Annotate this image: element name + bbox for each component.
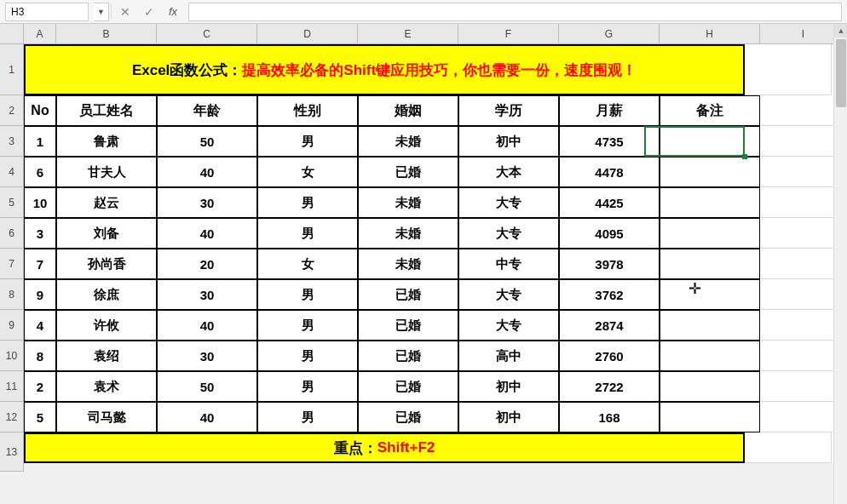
cell-marriage[interactable]: 已婚 — [358, 402, 458, 432]
fill-handle[interactable] — [742, 154, 747, 159]
cell-gender[interactable]: 女 — [257, 249, 358, 279]
th-gender[interactable]: 性别 — [257, 95, 358, 126]
cell-salary[interactable]: 3762 — [559, 279, 660, 310]
th-remark[interactable]: 备注 — [660, 95, 760, 126]
name-box[interactable]: H3 — [5, 3, 89, 21]
cancel-icon[interactable]: ✕ — [113, 3, 137, 21]
row-header-5[interactable]: 5 — [0, 187, 24, 218]
row-header-4[interactable]: 4 — [0, 157, 24, 187]
enter-icon[interactable]: ✓ — [137, 3, 161, 21]
th-name[interactable]: 员工姓名 — [56, 95, 157, 126]
col-header-B[interactable]: B — [56, 24, 157, 44]
cell-marriage[interactable]: 已婚 — [358, 310, 458, 341]
cell-name[interactable]: 司马懿 — [56, 402, 157, 432]
cell-no[interactable]: 3 — [24, 218, 56, 249]
cell-gender[interactable]: 男 — [257, 126, 358, 157]
row-header-10[interactable]: 10 — [0, 341, 24, 371]
cell-no[interactable]: 9 — [24, 279, 56, 310]
cell-gender[interactable]: 女 — [257, 157, 358, 187]
cell-name[interactable]: 孙尚香 — [56, 249, 157, 279]
th-no[interactable]: No — [24, 95, 56, 126]
cell-I1[interactable] — [745, 44, 832, 95]
cell-salary[interactable]: 2874 — [559, 310, 660, 341]
cell-name[interactable]: 徐庶 — [56, 279, 157, 310]
cell-salary[interactable]: 4425 — [559, 187, 660, 218]
cell-salary[interactable]: 4735 — [559, 126, 660, 157]
cell-remark[interactable] — [660, 187, 760, 218]
cell-gender[interactable]: 男 — [257, 218, 358, 249]
row-header-7[interactable]: 7 — [0, 249, 24, 279]
cell-age[interactable]: 40 — [157, 402, 257, 432]
cell-edu[interactable]: 中专 — [458, 249, 559, 279]
cell-gender[interactable]: 男 — [257, 371, 358, 402]
cell-salary[interactable]: 2722 — [559, 371, 660, 402]
cell-age[interactable]: 40 — [157, 157, 257, 187]
cell-edu[interactable]: 高中 — [458, 341, 559, 371]
cell-name[interactable]: 鲁肃 — [56, 126, 157, 157]
cell-edu[interactable]: 大专 — [458, 279, 559, 310]
vertical-scrollbar[interactable]: ▲ — [833, 24, 847, 504]
cell-no[interactable]: 10 — [24, 187, 56, 218]
cell-edu[interactable]: 大专 — [458, 218, 559, 249]
cell-remark[interactable] — [660, 279, 760, 310]
row-header-13[interactable]: 13 — [0, 432, 24, 472]
cell-marriage[interactable]: 已婚 — [358, 341, 458, 371]
cell-no[interactable]: 5 — [24, 402, 56, 432]
row-header-12[interactable]: 12 — [0, 402, 24, 432]
cell-salary[interactable]: 168 — [559, 402, 660, 432]
cell-marriage[interactable]: 未婚 — [358, 126, 458, 157]
cell-gender[interactable]: 男 — [257, 402, 358, 432]
cell-age[interactable]: 40 — [157, 218, 257, 249]
row-header-8[interactable]: 8 — [0, 279, 24, 310]
cell-age[interactable]: 40 — [157, 310, 257, 341]
name-box-dropdown-icon[interactable]: ▼ — [94, 3, 109, 21]
th-edu[interactable]: 学历 — [458, 95, 559, 126]
cell-salary[interactable]: 3978 — [559, 249, 660, 279]
cell-remark[interactable] — [660, 341, 760, 371]
cell-age[interactable]: 30 — [157, 341, 257, 371]
footer-banner[interactable]: 重点： Shift+F2 — [24, 432, 745, 463]
cell-name[interactable]: 许攸 — [56, 310, 157, 341]
cell-edu[interactable]: 大本 — [458, 157, 559, 187]
cell-marriage[interactable]: 已婚 — [358, 157, 458, 187]
select-all-corner[interactable] — [0, 24, 24, 44]
cell-marriage[interactable]: 已婚 — [358, 279, 458, 310]
cell-edu[interactable]: 大专 — [458, 187, 559, 218]
col-header-H[interactable]: H — [660, 24, 760, 44]
formula-input[interactable] — [188, 3, 842, 21]
th-salary[interactable]: 月薪 — [559, 95, 660, 126]
cell-age[interactable]: 30 — [157, 279, 257, 310]
scroll-up-icon[interactable]: ▲ — [834, 24, 847, 37]
cell-age[interactable]: 30 — [157, 187, 257, 218]
cell-name[interactable]: 赵云 — [56, 187, 157, 218]
cell-no[interactable]: 4 — [24, 310, 56, 341]
cell-no[interactable]: 1 — [24, 126, 56, 157]
cell-gender[interactable]: 男 — [257, 341, 358, 371]
th-age[interactable]: 年龄 — [157, 95, 257, 126]
cell-edu[interactable]: 初中 — [458, 402, 559, 432]
cell-marriage[interactable]: 未婚 — [358, 218, 458, 249]
col-header-E[interactable]: E — [358, 24, 458, 44]
cell-gender[interactable]: 男 — [257, 187, 358, 218]
cell-remark[interactable] — [660, 218, 760, 249]
cell-no[interactable]: 6 — [24, 157, 56, 187]
cell-remark[interactable] — [660, 157, 760, 187]
row-header-6[interactable]: 6 — [0, 218, 24, 249]
cell-marriage[interactable]: 未婚 — [358, 249, 458, 279]
cell-name[interactable]: 袁绍 — [56, 341, 157, 371]
col-header-D[interactable]: D — [257, 24, 358, 44]
row-header-1[interactable]: 1 — [0, 44, 24, 95]
col-header-F[interactable]: F — [458, 24, 559, 44]
title-banner[interactable]: Excel函数公式： 提高效率必备的Shift键应用技巧，你也需要一份，速度围观… — [24, 44, 745, 95]
cell-marriage[interactable]: 未婚 — [358, 187, 458, 218]
cell-no[interactable]: 7 — [24, 249, 56, 279]
cell-salary[interactable]: 2760 — [559, 341, 660, 371]
fx-icon[interactable]: fx — [161, 3, 185, 21]
row-header-3[interactable]: 3 — [0, 126, 24, 157]
cell-age[interactable]: 50 — [157, 126, 257, 157]
cell-remark[interactable] — [660, 126, 760, 157]
cell-salary[interactable]: 4095 — [559, 218, 660, 249]
row-header-2[interactable]: 2 — [0, 95, 24, 126]
cell-name[interactable]: 刘备 — [56, 218, 157, 249]
row-header-11[interactable]: 11 — [0, 371, 24, 402]
